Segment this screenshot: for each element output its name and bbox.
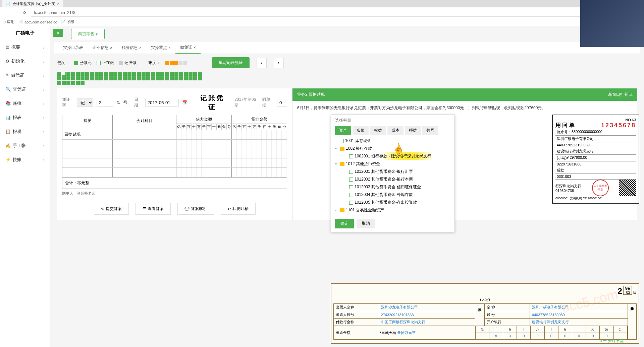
url-bar[interactable]: lx.acc5.com/main_213/ bbox=[31, 9, 641, 17]
progress-cell[interactable] bbox=[85, 72, 89, 76]
voucher-word-select[interactable]: 记 bbox=[77, 98, 93, 107]
progress-cell[interactable] bbox=[109, 72, 113, 76]
progress-cell[interactable] bbox=[142, 76, 146, 80]
account-tree-item[interactable]: ▾1002 银行存款 bbox=[335, 145, 450, 152]
voucher-row[interactable] bbox=[62, 149, 287, 158]
progress-cell[interactable] bbox=[151, 76, 155, 80]
selector-tab-4[interactable]: 损益 bbox=[405, 126, 421, 135]
progress-cell[interactable] bbox=[113, 76, 117, 80]
selector-tab-0[interactable]: 资产 bbox=[335, 126, 351, 135]
account-tree-item[interactable]: 1012001 其他货币资金-银行汇票 bbox=[335, 168, 450, 176]
category-dropdown[interactable]: 商贸零售 ▾ bbox=[71, 29, 105, 39]
progress-cell[interactable] bbox=[95, 76, 99, 80]
close-icon[interactable]: × bbox=[168, 46, 171, 50]
progress-cell[interactable] bbox=[193, 72, 197, 76]
sidebar-item-8[interactable]: ⚡快账› bbox=[0, 153, 50, 167]
prev-task-button[interactable]: ‹ bbox=[257, 58, 267, 68]
voucher-row[interactable] bbox=[62, 168, 287, 177]
answer-analysis-button[interactable]: 💬 答案解析 bbox=[177, 203, 214, 215]
progress-cell[interactable] bbox=[170, 76, 174, 80]
selector-tab-1[interactable]: 负债 bbox=[353, 126, 369, 135]
progress-cell[interactable] bbox=[123, 76, 127, 80]
account-tree[interactable]: 1001 库存现金▾1002 银行存款1002001 银行存款 - 建设银行深圳… bbox=[331, 135, 454, 215]
progress-cell[interactable] bbox=[160, 72, 164, 76]
progress-cell[interactable] bbox=[71, 76, 75, 80]
apps-button[interactable]: ⊞ 应用 bbox=[3, 19, 14, 24]
progress-cell[interactable] bbox=[66, 81, 70, 85]
account-tree-item[interactable]: 1012002 其他货币资金-银行本票 bbox=[335, 176, 450, 183]
progress-cell[interactable] bbox=[165, 72, 169, 76]
progress-cell[interactable] bbox=[66, 76, 70, 80]
next-task-button[interactable]: › bbox=[274, 58, 284, 68]
progress-cell[interactable] bbox=[127, 72, 131, 76]
progress-cell[interactable] bbox=[62, 81, 66, 85]
voucher-date-input[interactable] bbox=[145, 99, 179, 107]
progress-cell[interactable] bbox=[90, 76, 94, 80]
progress-cell[interactable] bbox=[174, 72, 178, 76]
collapse-sidebar-button[interactable]: « bbox=[53, 29, 63, 37]
open-new-window-button[interactable]: 新窗口打开 ⇄ bbox=[608, 92, 633, 97]
progress-cell[interactable] bbox=[123, 72, 127, 76]
progress-cell[interactable] bbox=[174, 76, 178, 80]
progress-cell[interactable] bbox=[85, 76, 89, 80]
attachment-input[interactable] bbox=[277, 99, 287, 107]
voucher-row[interactable]: 票据贴现 bbox=[62, 130, 287, 140]
progress-cell[interactable] bbox=[95, 72, 99, 76]
calendar-icon[interactable]: 📅 bbox=[182, 100, 187, 105]
progress-cell[interactable] bbox=[132, 76, 136, 80]
selector-tab-5[interactable]: 共同 bbox=[422, 126, 438, 135]
progress-cell[interactable] bbox=[66, 72, 70, 76]
progress-cell[interactable] bbox=[80, 72, 85, 76]
progress-cell[interactable] bbox=[132, 72, 136, 76]
account-tree-item[interactable]: 1002001 银行存款 - 建设银行深圳龙岗支行 bbox=[335, 152, 450, 160]
progress-cell[interactable] bbox=[71, 81, 75, 85]
progress-cell[interactable] bbox=[76, 76, 80, 80]
progress-cell[interactable] bbox=[90, 72, 94, 76]
progress-cell[interactable] bbox=[184, 76, 188, 80]
progress-cell[interactable] bbox=[189, 76, 193, 80]
progress-cell[interactable] bbox=[142, 72, 146, 76]
sidebar-item-0[interactable]: ▤概要› bbox=[0, 40, 50, 54]
sidebar-item-7[interactable]: ✍手工帐› bbox=[0, 139, 50, 153]
account-tree-item[interactable]: ▾1012 其他货币资金 bbox=[335, 160, 450, 168]
progress-cell[interactable] bbox=[156, 72, 160, 76]
progress-cell[interactable] bbox=[80, 76, 85, 80]
tab-2[interactable]: 税务信息 × bbox=[117, 42, 146, 54]
tab-1[interactable]: 企业信息 × bbox=[88, 42, 117, 54]
progress-cell[interactable] bbox=[146, 76, 150, 80]
progress-cell[interactable] bbox=[146, 72, 150, 76]
progress-cell[interactable] bbox=[151, 72, 155, 76]
close-icon[interactable]: × bbox=[57, 2, 59, 6]
selector-tab-2[interactable]: 权益 bbox=[370, 126, 386, 135]
sidebar-item-5[interactable]: 📊报表› bbox=[0, 111, 50, 125]
progress-cell[interactable] bbox=[57, 72, 61, 76]
progress-cell[interactable] bbox=[104, 76, 108, 80]
progress-cell[interactable] bbox=[160, 76, 164, 80]
progress-cell[interactable] bbox=[165, 76, 169, 80]
close-icon[interactable]: × bbox=[139, 46, 142, 50]
sidebar-item-2[interactable]: ✎做凭证› bbox=[0, 68, 50, 82]
account-tree-item[interactable]: 1001 库存现金 bbox=[335, 137, 450, 145]
fill-voucher-button[interactable]: 填写记账凭证 bbox=[212, 57, 250, 68]
voucher-row[interactable] bbox=[62, 158, 287, 168]
progress-cell[interactable] bbox=[137, 76, 141, 80]
progress-cell[interactable] bbox=[71, 72, 75, 76]
voucher-number-input[interactable] bbox=[97, 99, 113, 107]
view-answer-button[interactable]: ☰ 查看答案 bbox=[136, 203, 171, 215]
bookmark-chuji[interactable]: 📄 初级 bbox=[61, 19, 74, 24]
account-tree-item[interactable]: 1012005 其他货币资金-存出投资款 bbox=[335, 199, 450, 206]
tab-3[interactable]: 实操重点 × bbox=[146, 42, 175, 54]
progress-cell[interactable] bbox=[113, 72, 117, 76]
sidebar-item-1[interactable]: ⚙初始化› bbox=[0, 54, 50, 68]
progress-cell[interactable] bbox=[99, 76, 103, 80]
progress-cell[interactable] bbox=[137, 72, 141, 76]
progress-cell[interactable] bbox=[76, 81, 80, 85]
submit-answer-button[interactable]: ✎ 提交答案 bbox=[94, 203, 129, 215]
progress-cell[interactable] bbox=[179, 76, 183, 80]
reload-button[interactable]: ⟳ bbox=[21, 9, 28, 16]
progress-cell[interactable] bbox=[179, 72, 183, 76]
sidebar-item-3[interactable]: 🔍查凭证› bbox=[0, 82, 50, 96]
progress-cell[interactable] bbox=[99, 72, 103, 76]
progress-cell[interactable] bbox=[80, 81, 85, 85]
account-tree-item[interactable]: 1012003 其他货币资金-信用证保证金 bbox=[335, 183, 450, 191]
